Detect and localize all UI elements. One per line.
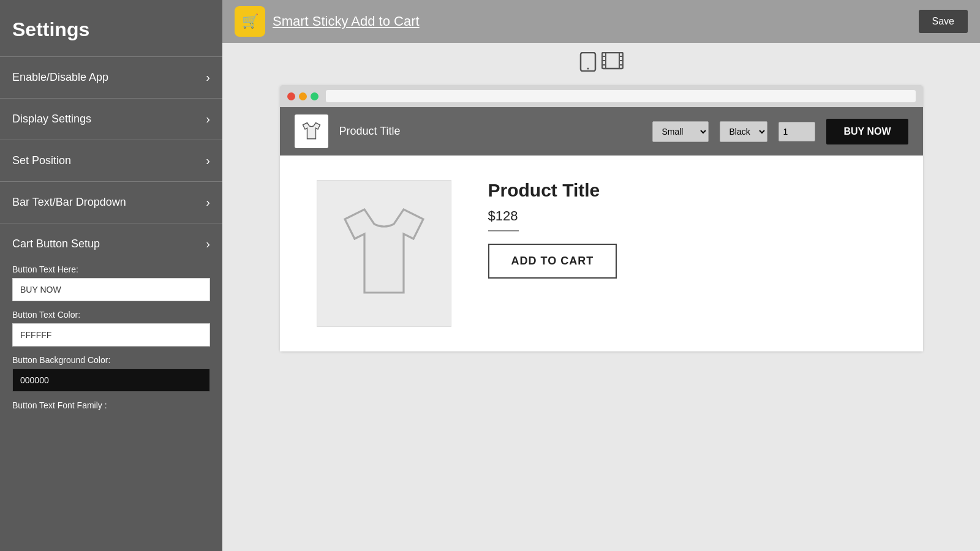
app-title: Smart Sticky Add to Cart (273, 13, 420, 29)
sticky-size-select[interactable]: Small Medium Large (652, 121, 709, 142)
price-divider (488, 230, 519, 231)
accordion-display-settings-label: Display Settings (12, 113, 91, 126)
accordion-bar-text[interactable]: Bar Text/Bar Dropdown › (0, 181, 222, 223)
topbar: 🛒 Smart Sticky Add to Cart Save (222, 0, 980, 43)
save-button[interactable]: Save (919, 10, 968, 33)
product-page: Product Title $128 ADD TO CART (280, 156, 923, 351)
accordion-display-settings[interactable]: Display Settings › (0, 98, 222, 140)
accordion-cart-button-label: Cart Button Setup (12, 238, 100, 250)
browser-mock: Product Title Small Medium Large Black W… (280, 85, 923, 351)
button-text-color-group: Button Text Color: (12, 310, 210, 347)
tshirt-image (335, 198, 433, 309)
sidebar-title: Settings (0, 0, 222, 56)
button-text-color-label: Button Text Color: (12, 310, 210, 320)
browser-dot-red (287, 92, 295, 100)
accordion-bar-text-label: Bar Text/Bar Dropdown (12, 196, 126, 209)
product-title: Product Title (488, 180, 886, 201)
chevron-icon-3: › (206, 154, 210, 168)
add-to-cart-button[interactable]: ADD TO CART (488, 244, 617, 279)
main-content: 🛒 Smart Sticky Add to Cart Save (222, 0, 980, 551)
sticky-bar: Product Title Small Medium Large Black W… (280, 107, 923, 156)
cart-icon: 🛒 (242, 13, 258, 29)
accordion-cart-button[interactable]: Cart Button Setup › Button Text Here: Bu… (0, 223, 222, 431)
button-font-family-label: Button Text Font Family : (12, 400, 210, 410)
cart-button-content: Button Text Here: Button Text Color: But… (0, 264, 222, 431)
accordion-set-position-header[interactable]: Set Position › (0, 140, 222, 181)
browser-dot-green (311, 92, 318, 100)
accordion-enable-disable[interactable]: Enable/Disable App › (0, 56, 222, 98)
buy-now-button[interactable]: BUY NOW (826, 119, 908, 144)
accordion-set-position[interactable]: Set Position › (0, 140, 222, 181)
button-text-label: Button Text Here: (12, 264, 210, 274)
sticky-quantity-input[interactable] (778, 122, 815, 141)
sticky-color-select[interactable]: Black White Red (720, 121, 767, 142)
chevron-icon-2: › (206, 112, 210, 126)
device-toggle (579, 52, 624, 76)
accordion-enable-disable-label: Enable/Disable App (12, 71, 108, 84)
topbar-left: 🛒 Smart Sticky Add to Cart (235, 6, 420, 37)
preview-area: Product Title Small Medium Large Black W… (222, 43, 980, 551)
product-image-container (317, 180, 451, 327)
button-text-input[interactable] (12, 278, 210, 301)
button-text-group: Button Text Here: (12, 264, 210, 301)
button-bg-color-input[interactable] (12, 369, 210, 392)
button-bg-color-group: Button Background Color: (12, 355, 210, 392)
accordion-bar-text-header[interactable]: Bar Text/Bar Dropdown › (0, 182, 222, 223)
accordion-cart-button-header[interactable]: Cart Button Setup › (0, 223, 222, 264)
svg-point-1 (587, 68, 589, 70)
accordion-enable-disable-header[interactable]: Enable/Disable App › (0, 57, 222, 98)
button-font-family-group: Button Text Font Family : (12, 400, 210, 410)
sticky-product-title: Product Title (339, 125, 642, 138)
product-price: $128 (488, 208, 886, 224)
sticky-product-image (295, 114, 328, 148)
product-details: Product Title $128 ADD TO CART (488, 180, 886, 279)
browser-dot-yellow (299, 92, 307, 100)
button-text-color-input[interactable] (12, 323, 210, 347)
button-bg-color-label: Button Background Color: (12, 355, 210, 365)
desktop-icon[interactable] (601, 52, 624, 76)
accordion-display-settings-header[interactable]: Display Settings › (0, 99, 222, 140)
mobile-icon[interactable] (579, 52, 597, 76)
browser-url-bar (326, 90, 916, 102)
chevron-icon-5: › (206, 237, 210, 251)
sidebar: Settings Enable/Disable App › Display Se… (0, 0, 222, 551)
chevron-icon: › (206, 70, 210, 84)
accordion-set-position-label: Set Position (12, 154, 71, 167)
app-icon: 🛒 (235, 6, 265, 37)
chevron-icon-4: › (206, 195, 210, 209)
browser-chrome (280, 85, 923, 107)
